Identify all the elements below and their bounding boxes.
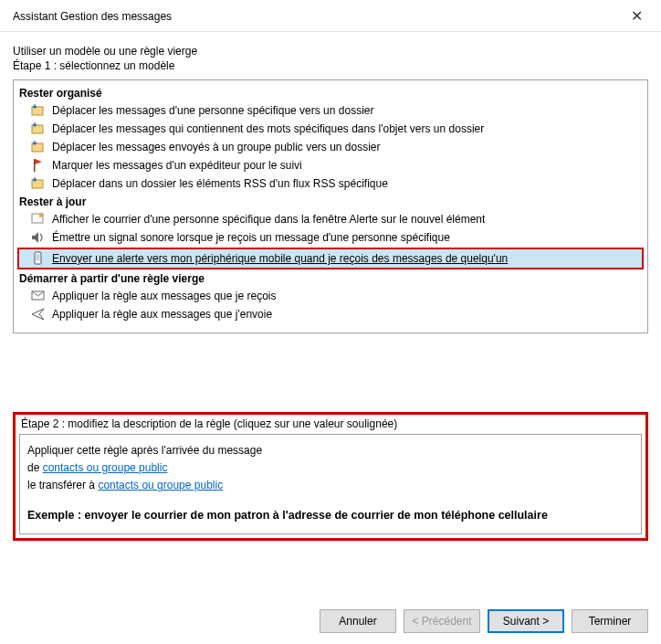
section-header-blank: Démarrer à partir d'une règle vierge [19, 272, 644, 285]
section-header-uptodate: Rester à jour [19, 195, 644, 208]
flag-icon [30, 158, 47, 173]
template-item-move-words[interactable]: Déplacer les messages qui contiennent de… [17, 120, 644, 138]
template-item-label: Marquer les messages d'un expéditeur pou… [52, 157, 302, 174]
section-header-organised: Rester organisé [19, 87, 644, 100]
move-folder-icon [30, 140, 47, 154]
template-item-label: Émettre un signal sonore lorsque je reço… [52, 229, 450, 246]
previous-button: < Précédent [404, 609, 480, 633]
template-item-label: Déplacer les messages envoyés à un group… [52, 139, 381, 155]
template-item-label: Déplacer les messages qui contiennent de… [52, 121, 484, 137]
template-item-move-rss[interactable]: Déplacer dans un dossier les éléments RS… [17, 174, 644, 193]
window-title: Assistant Gestion des messages [13, 10, 172, 23]
template-item-move-person[interactable]: Déplacer les messages d'une personne spé… [17, 101, 644, 120]
cancel-button[interactable]: Annuler [320, 609, 396, 633]
template-item-blank-receive[interactable]: Appliquer la règle aux messages que je r… [17, 287, 644, 305]
template-item-display-alert[interactable]: Afficher le courrier d'une personne spéc… [17, 210, 644, 228]
close-icon[interactable]: ✕ [625, 7, 648, 26]
template-item-flag-followup[interactable]: Marquer les messages d'un expéditeur pou… [17, 156, 644, 174]
step2-highlight-box: Étape 2 : modifiez la description de la … [13, 412, 648, 541]
template-item-label: Envoyer une alerte vers mon périphérique… [52, 250, 508, 267]
template-item-label: Appliquer la règle aux messages que je r… [52, 288, 276, 304]
move-folder-icon [30, 176, 47, 191]
template-item-move-group[interactable]: Déplacer les messages envoyés à un group… [17, 138, 644, 156]
send-icon [30, 307, 47, 322]
intro-line-1: Utiliser un modèle ou une règle vierge [13, 45, 648, 58]
dialog-content: Utiliser un modèle ou une règle vierge É… [0, 32, 661, 541]
move-folder-icon [30, 121, 47, 136]
svg-rect-7 [37, 254, 40, 260]
rule-description-box: Appliquer cette règle après l'arrivée du… [19, 434, 642, 534]
next-button[interactable]: Suivant > [488, 609, 564, 633]
mobile-icon [30, 251, 47, 266]
desc-line-2-prefix: de [27, 461, 43, 474]
template-item-mobile-alert[interactable]: Envoyer une alerte vers mon périphérique… [17, 248, 644, 269]
template-item-play-sound[interactable]: Émettre un signal sonore lorsque je reço… [17, 228, 644, 247]
svg-rect-2 [32, 143, 43, 152]
desc-line-3-prefix: le transférer à [27, 479, 98, 491]
move-folder-icon [30, 103, 47, 118]
template-listbox[interactable]: Rester organisé Déplacer les messages d'… [13, 79, 648, 333]
link-forward-contacts[interactable]: contacts ou groupe public [98, 479, 223, 491]
template-item-label: Déplacer les messages d'une personne spé… [52, 102, 374, 119]
svg-rect-4 [32, 180, 43, 188]
svg-rect-1 [32, 125, 43, 133]
intro-line-2: Étape 1 : sélectionnez un modèle [13, 59, 648, 72]
template-item-label: Afficher le courrier d'une personne spéc… [52, 211, 485, 227]
desc-line-1: Appliquer cette règle après l'arrivée du… [27, 442, 634, 459]
envelope-icon [30, 289, 47, 303]
alert-star-icon [30, 212, 47, 227]
step2-label: Étape 2 : modifiez la description de la … [21, 417, 645, 430]
link-from-contacts[interactable]: contacts ou groupe public [43, 461, 168, 474]
titlebar: Assistant Gestion des messages ✕ [0, 0, 661, 32]
wizard-button-row: Annuler < Précédent Suivant > Terminer [320, 609, 648, 633]
template-item-blank-send[interactable]: Appliquer la règle aux messages que j'en… [17, 305, 644, 323]
desc-line-3: le transférer à contacts ou groupe publi… [27, 477, 634, 494]
template-item-label: Déplacer dans un dossier les éléments RS… [52, 175, 388, 192]
sound-icon [30, 230, 47, 245]
desc-example: Exemple : envoyer le courrier de mon pat… [27, 506, 634, 524]
finish-button[interactable]: Terminer [572, 609, 648, 633]
desc-line-2: de contacts ou groupe public [27, 459, 634, 477]
svg-rect-0 [32, 107, 43, 115]
template-item-label: Appliquer la règle aux messages que j'en… [52, 306, 272, 322]
